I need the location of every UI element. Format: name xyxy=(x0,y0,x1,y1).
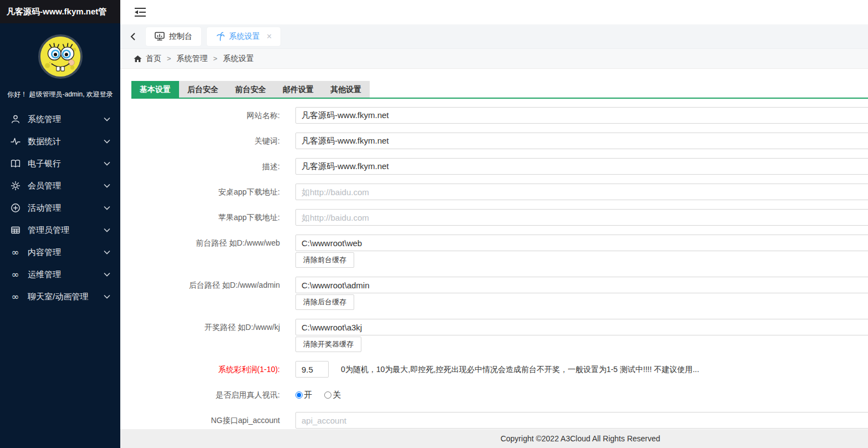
front-path-label: 前台路径 如D:/www/web xyxy=(131,235,280,268)
live-video-label: 是否启用真人视讯: xyxy=(131,386,280,403)
sidebar-item-admin-manage[interactable]: 管理员管理 xyxy=(0,219,120,241)
sidebar-item-content-manage[interactable]: ∞ 内容管理 xyxy=(0,241,120,263)
ios-app-url-input[interactable] xyxy=(295,209,868,226)
form-row-profit: 系统彩利润(1-10): 0为随机，10为最大,即控死,控死出现必中情况会造成前… xyxy=(131,361,868,378)
sidebar-item-label: 活动管理 xyxy=(28,203,104,213)
site-name-label: 网站名称: xyxy=(131,107,280,124)
form-row-android-url: 安桌app下载地址: xyxy=(131,184,868,200)
infinity-icon: ∞ xyxy=(10,292,21,302)
live-video-off-option[interactable]: 关 xyxy=(324,390,341,400)
description-input[interactable] xyxy=(295,158,868,175)
tab-frontend-security[interactable]: 前台安全 xyxy=(227,81,274,98)
sidebar-item-label: 管理员管理 xyxy=(28,225,104,236)
main-area: 控制台 系统设置 × 首页 > 系统管理 > 系统设置 基本设置 后台安 xyxy=(120,0,868,448)
tab-mail-settings[interactable]: 邮件设置 xyxy=(274,81,322,98)
sidebar-item-label: 数据统计 xyxy=(28,136,104,147)
avatar[interactable] xyxy=(38,34,83,79)
breadcrumb-separator: > xyxy=(167,54,171,63)
keywords-label: 关键词: xyxy=(131,133,280,149)
breadcrumb-item-home[interactable]: 首页 xyxy=(146,54,161,64)
form-row-lottery-path: 开奖路径 如D:/www/kj 清除开奖器缓存 xyxy=(131,319,868,352)
sidebar-item-ops-manage[interactable]: ∞ 运维管理 xyxy=(0,263,120,286)
clear-front-cache-button[interactable]: 清除前台缓存 xyxy=(295,252,354,268)
sidebar-item-label: 系统管理 xyxy=(28,114,104,125)
system-profit-label: 系统彩利润(1-10): xyxy=(131,361,280,378)
ng-api-account-input[interactable] xyxy=(295,412,868,429)
admin-path-input[interactable] xyxy=(295,277,868,293)
live-video-on-option[interactable]: 开 xyxy=(295,390,312,400)
menu-fold-icon[interactable] xyxy=(135,7,146,17)
sidebar: 凡客源码-www.fkym.net管 xyxy=(0,0,120,448)
chevron-down-icon xyxy=(104,139,110,144)
open-tab-label: 控制台 xyxy=(169,32,192,42)
table-icon xyxy=(10,225,21,236)
sidebar-item-member-manage[interactable]: 会员管理 xyxy=(0,175,120,197)
chevron-down-icon xyxy=(104,206,110,210)
form-row-admin-path: 后台路径 如D:/www/admin 清除后台缓存 xyxy=(131,277,868,310)
radio-label-on: 开 xyxy=(304,390,312,400)
sidebar-item-system-manage[interactable]: 系统管理 xyxy=(0,108,120,130)
form-row-ios-url: 苹果app下载地址: xyxy=(131,209,868,226)
form-row-keywords: 关键词: xyxy=(131,133,868,149)
system-profit-input[interactable] xyxy=(295,361,329,378)
sidebar-item-data-stats[interactable]: 数据统计 xyxy=(0,130,120,152)
front-path-input[interactable] xyxy=(295,235,868,251)
open-tab-label: 系统设置 xyxy=(229,32,260,42)
live-video-off-radio[interactable] xyxy=(324,391,331,399)
chevron-left-icon[interactable] xyxy=(126,33,140,40)
live-video-on-radio[interactable] xyxy=(295,391,303,399)
tab-other-settings[interactable]: 其他设置 xyxy=(322,81,370,98)
monitor-icon xyxy=(155,32,165,41)
lottery-path-label: 开奖路径 如D:/www/kj xyxy=(131,319,280,352)
chevron-down-icon xyxy=(104,117,110,121)
sidebar-menu: 系统管理 数据统计 电子银行 会员管理 xyxy=(0,108,120,308)
sidebar-item-e-bank[interactable]: 电子银行 xyxy=(0,152,120,175)
tab-basic-settings[interactable]: 基本设置 xyxy=(131,81,179,98)
home-icon xyxy=(134,55,142,63)
lottery-path-input[interactable] xyxy=(295,319,868,335)
radio-label-off: 关 xyxy=(333,390,341,400)
sidebar-item-chat-anim-manage[interactable]: ∞ 聊天室/动画管理 xyxy=(0,286,120,308)
sidebar-item-label: 电子银行 xyxy=(28,159,104,169)
sidebar-item-label: 聊天室/动画管理 xyxy=(28,292,104,302)
gear-icon xyxy=(10,181,21,191)
keywords-input[interactable] xyxy=(295,133,868,149)
open-tab-system-settings[interactable]: 系统设置 × xyxy=(207,27,280,46)
form-row-live-video: 是否启用真人视讯: 开 关 xyxy=(131,386,868,403)
palm-tree-icon xyxy=(216,32,224,41)
spongebob-avatar-image xyxy=(40,37,80,77)
sidebar-item-label: 会员管理 xyxy=(28,181,104,191)
infinity-icon: ∞ xyxy=(10,269,21,280)
breadcrumb: 首页 > 系统管理 > 系统设置 xyxy=(120,49,868,69)
clear-admin-cache-button[interactable]: 清除后台缓存 xyxy=(295,294,354,310)
chevron-down-icon xyxy=(104,250,110,254)
book-icon xyxy=(10,159,21,169)
infinity-icon: ∞ xyxy=(10,247,21,258)
ng-api-account-label: NG接口api_account xyxy=(131,412,280,429)
system-profit-hint: 0为随机，10为最大,即控死,控死出现必中情况会造成前台不开奖，一般设置为1-5… xyxy=(341,361,699,378)
android-app-url-label: 安桌app下载地址: xyxy=(131,184,280,200)
sidebar-item-activity-manage[interactable]: 活动管理 xyxy=(0,197,120,219)
app-title: 凡客源码-www.fkym.net管 xyxy=(0,0,120,23)
android-app-url-input[interactable] xyxy=(295,184,868,200)
open-tab-console[interactable]: 控制台 xyxy=(146,27,201,46)
plus-circle-icon xyxy=(10,203,21,213)
description-label: 描述: xyxy=(131,158,280,175)
admin-path-label: 后台路径 如D:/www/admin xyxy=(131,277,280,310)
form-row-front-path: 前台路径 如D:/www/web 清除前台缓存 xyxy=(131,235,868,268)
topbar xyxy=(120,0,868,24)
breadcrumb-item-system-settings[interactable]: 系统设置 xyxy=(223,54,254,64)
site-name-input[interactable] xyxy=(295,107,868,124)
settings-tabs: 基本设置 后台安全 前台安全 邮件设置 其他设置 xyxy=(131,81,868,99)
close-icon[interactable]: × xyxy=(267,32,272,41)
user-icon xyxy=(10,114,21,125)
form-row-ng-api: NG接口api_account xyxy=(131,412,868,429)
pulse-icon xyxy=(10,136,21,147)
clear-lottery-cache-button[interactable]: 清除开奖器缓存 xyxy=(295,337,361,352)
tab-backend-security[interactable]: 后台安全 xyxy=(179,81,227,98)
open-tabs-strip: 控制台 系统设置 × xyxy=(120,24,868,49)
breadcrumb-item-system-manage[interactable]: 系统管理 xyxy=(177,54,208,64)
footer: Copyright ©2022 A3Cloud All Rights Reser… xyxy=(120,429,868,448)
breadcrumb-separator: > xyxy=(213,54,218,63)
chevron-down-icon xyxy=(104,228,110,232)
